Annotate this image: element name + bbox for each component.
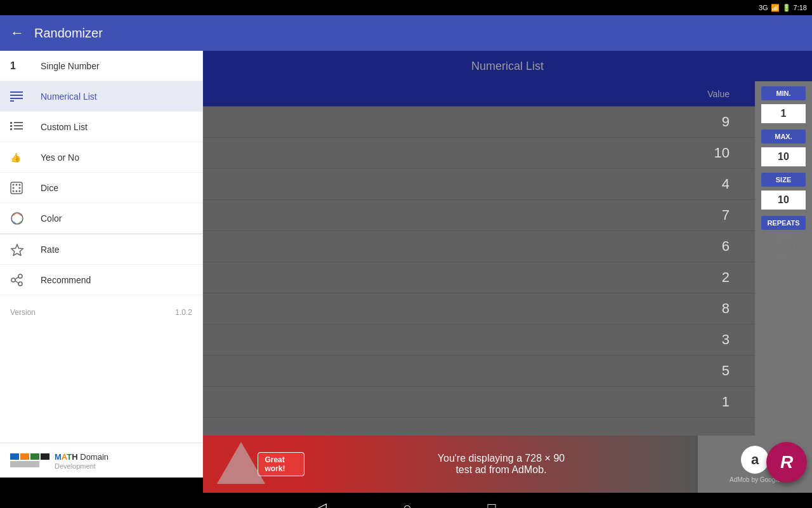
svg-rect-4 (10, 122, 12, 124)
sidebar-item-numerical-list-label: Numerical List (41, 91, 97, 102)
sidebar-item-yes-or-no-label: Yes or No (41, 152, 79, 163)
table-row: 4 (203, 169, 755, 200)
sidebar-item-custom-list-label: Custom List (41, 122, 88, 132)
sidebar-item-rate-label: Rate (41, 244, 60, 255)
table-row: 3 (203, 324, 755, 356)
svg-line-25 (15, 281, 18, 283)
svg-rect-3 (10, 100, 14, 102)
svg-point-16 (19, 187, 21, 189)
sidebar-item-recommend-label: Recommend (41, 275, 91, 285)
list-value-10: 1 (722, 394, 730, 410)
max-value[interactable]: 10 (761, 147, 806, 166)
repeats-label: REPEATS (761, 216, 806, 230)
content-header: Numerical List (203, 51, 812, 81)
svg-point-19 (19, 190, 21, 192)
footer-brand-text: MATH Domain Development (55, 451, 108, 470)
svg-marker-21 (11, 244, 23, 256)
recents-nav-button[interactable]: □ (488, 500, 496, 508)
nav-bar: ◁ ○ □ (0, 493, 812, 508)
ad-text: You're displaying a 728 × 90test ad from… (438, 453, 565, 476)
home-nav-button[interactable]: ○ (403, 500, 411, 508)
color-icon (10, 212, 30, 225)
svg-rect-6 (10, 125, 12, 127)
numerical-list-icon (10, 91, 30, 102)
table-row: 2 (203, 262, 755, 293)
svg-rect-7 (14, 125, 23, 126)
list-value-2: 10 (714, 145, 730, 161)
table-row: 7 (203, 200, 755, 231)
controls-panel: MIN. 1 MAX. 10 SIZE 10 REPEATS (755, 81, 812, 436)
status-bar: 3G 📶 🔋 7:18 (0, 0, 812, 15)
value-column-header: Value (707, 89, 730, 99)
size-value[interactable]: 10 (761, 190, 806, 210)
svg-point-23 (18, 282, 22, 286)
ad-content: You're displaying a 728 × 90test ad from… (304, 436, 698, 493)
main-layout: 1 Single Number Numerical List (0, 51, 812, 493)
list-value-4: 7 (722, 207, 730, 224)
development-text: Development (55, 462, 108, 470)
sidebar-item-color[interactable]: Color (0, 203, 202, 234)
battery-icon: 🔋 (782, 4, 791, 12)
list-header: Value (203, 81, 755, 107)
version-label: Version (10, 308, 36, 317)
svg-rect-5 (14, 122, 23, 123)
sidebar-item-recommend[interactable]: Recommend (0, 265, 202, 295)
min-label: MIN. (761, 86, 806, 100)
svg-point-15 (13, 187, 15, 189)
sidebar-item-yes-or-no[interactable]: 👍 Yes or No (0, 142, 202, 173)
sidebar-item-single-number[interactable]: 1 Single Number (0, 51, 202, 81)
list-controls-container: Value 9 10 4 7 6 2 8 3 5 1 MIN. 1 MAX. 1… (203, 81, 812, 436)
single-number-badge: 1 (10, 60, 30, 72)
svg-line-26 (15, 277, 18, 279)
sidebar-item-color-label: Color (41, 213, 62, 224)
content-title: Numerical List (471, 60, 544, 73)
wifi-icon: 📶 (771, 4, 780, 12)
repeats-toggle[interactable] (772, 234, 795, 257)
svg-point-12 (13, 184, 15, 185)
svg-line-28 (779, 241, 788, 250)
rate-icon (10, 243, 30, 256)
sidebar: 1 Single Number Numerical List (0, 51, 203, 478)
color-blocks (10, 453, 49, 467)
table-row: 10 (203, 138, 755, 169)
back-button[interactable]: ← (10, 25, 24, 41)
yes-or-no-icon: 👍 (10, 152, 30, 163)
list-value-6: 2 (722, 269, 730, 286)
sidebar-item-custom-list[interactable]: Custom List (0, 112, 202, 142)
sidebar-item-dice[interactable]: Dice (0, 173, 202, 203)
svg-point-22 (18, 274, 22, 278)
size-label: SIZE (761, 173, 806, 187)
dice-icon (10, 182, 30, 194)
sidebar-footer: MATH Domain Development (0, 443, 203, 478)
svg-rect-2 (10, 98, 23, 99)
svg-point-17 (13, 190, 15, 192)
math-m: M (55, 452, 62, 462)
randomize-fab[interactable]: R (766, 442, 807, 483)
svg-rect-9 (14, 128, 23, 130)
version-value: 1.0.2 (175, 308, 192, 317)
sidebar-item-numerical-list[interactable]: Numerical List (0, 81, 202, 112)
custom-list-icon (10, 122, 30, 132)
list-value-8: 3 (722, 331, 730, 348)
content-area: Numerical List Value 9 10 4 7 6 2 8 3 5 … (203, 51, 812, 493)
svg-point-20 (11, 213, 23, 224)
svg-point-13 (16, 184, 18, 185)
min-value[interactable]: 1 (761, 104, 806, 123)
back-nav-button[interactable]: ◁ (316, 500, 327, 508)
table-row: 1 (203, 387, 755, 418)
app-title: Randomizer (34, 26, 103, 41)
table-row: 8 (203, 293, 755, 324)
svg-rect-0 (10, 91, 23, 93)
svg-text:👍: 👍 (10, 152, 22, 163)
recommend-icon (10, 274, 30, 286)
svg-point-18 (16, 190, 18, 192)
sidebar-item-rate[interactable]: Rate (0, 234, 202, 265)
time-display: 7:18 (794, 4, 807, 11)
admob-logo: a (741, 446, 769, 474)
list-value-5: 6 (722, 238, 730, 255)
table-row: 9 (203, 107, 755, 138)
svg-point-24 (11, 278, 15, 282)
table-row: 5 (203, 356, 755, 387)
table-row: 6 (203, 231, 755, 262)
list-value-9: 5 (722, 363, 730, 379)
